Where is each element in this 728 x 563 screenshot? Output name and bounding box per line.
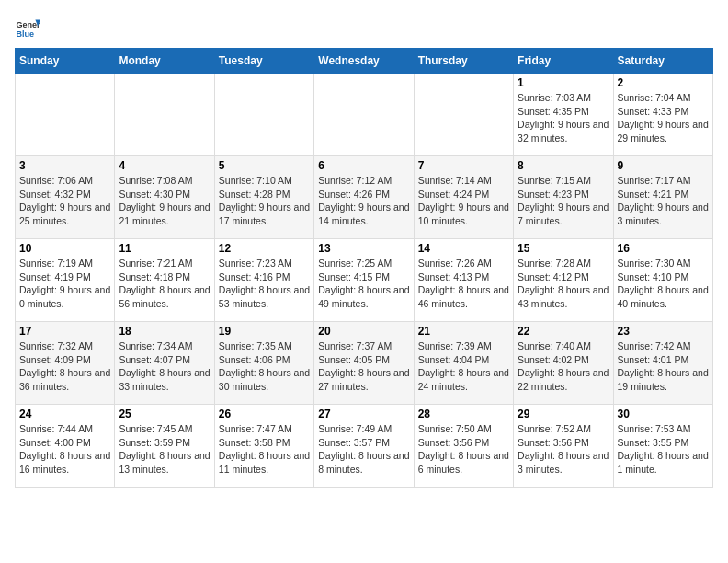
calendar-cell: 28Sunrise: 7:50 AM Sunset: 3:56 PM Dayli… — [414, 405, 513, 488]
day-info: Sunrise: 7:35 AM Sunset: 4:06 PM Dayligh… — [219, 339, 310, 394]
day-info: Sunrise: 7:04 AM Sunset: 4:33 PM Dayligh… — [618, 91, 709, 145]
day-number: 7 — [418, 159, 509, 172]
day-number: 21 — [418, 325, 509, 338]
day-info: Sunrise: 7:50 AM Sunset: 3:56 PM Dayligh… — [418, 422, 509, 477]
day-info: Sunrise: 7:23 AM Sunset: 4:16 PM Dayligh… — [219, 257, 310, 311]
day-number: 24 — [19, 408, 110, 420]
calendar-table: SundayMondayTuesdayWednesdayThursdayFrid… — [15, 48, 713, 488]
calendar-cell — [214, 74, 313, 156]
day-number: 8 — [518, 159, 609, 172]
logo-icon: General Blue — [15, 15, 40, 40]
day-info: Sunrise: 7:17 AM Sunset: 4:21 PM Dayligh… — [618, 174, 709, 228]
day-number: 15 — [518, 242, 609, 255]
day-info: Sunrise: 7:30 AM Sunset: 4:10 PM Dayligh… — [618, 257, 709, 311]
calendar-cell: 8Sunrise: 7:15 AM Sunset: 4:23 PM Daylig… — [514, 156, 613, 239]
calendar-week-row: 24Sunrise: 7:44 AM Sunset: 4:00 PM Dayli… — [16, 405, 713, 488]
day-info: Sunrise: 7:12 AM Sunset: 4:26 PM Dayligh… — [318, 174, 409, 228]
day-info: Sunrise: 7:32 AM Sunset: 4:09 PM Dayligh… — [19, 339, 110, 394]
calendar-cell: 22Sunrise: 7:40 AM Sunset: 4:02 PM Dayli… — [514, 322, 613, 405]
calendar-week-row: 1Sunrise: 7:03 AM Sunset: 4:35 PM Daylig… — [16, 74, 713, 156]
day-number: 13 — [318, 242, 409, 255]
day-number: 18 — [119, 325, 210, 338]
day-info: Sunrise: 7:42 AM Sunset: 4:01 PM Dayligh… — [618, 339, 709, 394]
day-info: Sunrise: 7:52 AM Sunset: 3:56 PM Dayligh… — [518, 422, 609, 477]
day-info: Sunrise: 7:26 AM Sunset: 4:13 PM Dayligh… — [418, 257, 509, 311]
weekday-header: Saturday — [613, 49, 712, 74]
day-info: Sunrise: 7:45 AM Sunset: 3:59 PM Dayligh… — [119, 422, 210, 477]
calendar-cell: 27Sunrise: 7:49 AM Sunset: 3:57 PM Dayli… — [314, 405, 414, 488]
calendar-cell: 17Sunrise: 7:32 AM Sunset: 4:09 PM Dayli… — [16, 322, 115, 405]
calendar-week-row: 3Sunrise: 7:06 AM Sunset: 4:32 PM Daylig… — [16, 156, 713, 239]
day-number: 29 — [518, 408, 609, 420]
weekday-header: Sunday — [16, 49, 115, 74]
day-number: 28 — [418, 408, 509, 420]
day-number: 17 — [19, 325, 110, 338]
day-number: 16 — [618, 242, 709, 255]
calendar-cell: 3Sunrise: 7:06 AM Sunset: 4:32 PM Daylig… — [16, 156, 115, 239]
day-info: Sunrise: 7:06 AM Sunset: 4:32 PM Dayligh… — [19, 174, 110, 228]
weekday-header: Tuesday — [214, 49, 313, 74]
calendar-cell: 24Sunrise: 7:44 AM Sunset: 4:00 PM Dayli… — [16, 405, 115, 488]
calendar-cell: 4Sunrise: 7:08 AM Sunset: 4:30 PM Daylig… — [115, 156, 214, 239]
day-number: 26 — [219, 408, 310, 420]
calendar-cell: 6Sunrise: 7:12 AM Sunset: 4:26 PM Daylig… — [314, 156, 414, 239]
calendar-cell — [115, 74, 214, 156]
day-number: 30 — [618, 408, 709, 420]
day-info: Sunrise: 7:21 AM Sunset: 4:18 PM Dayligh… — [119, 257, 210, 311]
day-info: Sunrise: 7:47 AM Sunset: 3:58 PM Dayligh… — [219, 422, 310, 477]
weekday-header: Thursday — [414, 49, 513, 74]
calendar-cell: 18Sunrise: 7:34 AM Sunset: 4:07 PM Dayli… — [115, 322, 214, 405]
calendar-cell: 2Sunrise: 7:04 AM Sunset: 4:33 PM Daylig… — [613, 74, 712, 156]
day-number: 2 — [618, 76, 709, 89]
day-info: Sunrise: 7:53 AM Sunset: 3:55 PM Dayligh… — [618, 422, 709, 477]
day-info: Sunrise: 7:37 AM Sunset: 4:05 PM Dayligh… — [318, 339, 409, 394]
day-number: 14 — [418, 242, 509, 255]
page-header: General Blue — [15, 15, 713, 40]
day-info: Sunrise: 7:19 AM Sunset: 4:19 PM Dayligh… — [19, 257, 110, 311]
day-info: Sunrise: 7:25 AM Sunset: 4:15 PM Dayligh… — [318, 257, 409, 311]
day-number: 12 — [219, 242, 310, 255]
day-info: Sunrise: 7:14 AM Sunset: 4:24 PM Dayligh… — [418, 174, 509, 228]
calendar-cell: 16Sunrise: 7:30 AM Sunset: 4:10 PM Dayli… — [613, 239, 712, 322]
day-number: 3 — [19, 159, 110, 172]
calendar-week-row: 17Sunrise: 7:32 AM Sunset: 4:09 PM Dayli… — [16, 322, 713, 405]
weekday-header: Monday — [115, 49, 214, 74]
day-info: Sunrise: 7:34 AM Sunset: 4:07 PM Dayligh… — [119, 339, 210, 394]
calendar-cell — [314, 74, 414, 156]
calendar-cell: 26Sunrise: 7:47 AM Sunset: 3:58 PM Dayli… — [214, 405, 313, 488]
calendar-cell: 29Sunrise: 7:52 AM Sunset: 3:56 PM Dayli… — [514, 405, 613, 488]
day-info: Sunrise: 7:28 AM Sunset: 4:12 PM Dayligh… — [518, 257, 609, 311]
day-info: Sunrise: 7:08 AM Sunset: 4:30 PM Dayligh… — [119, 174, 210, 228]
calendar-cell: 25Sunrise: 7:45 AM Sunset: 3:59 PM Dayli… — [115, 405, 214, 488]
day-number: 25 — [119, 408, 210, 420]
day-number: 10 — [19, 242, 110, 255]
calendar-week-row: 10Sunrise: 7:19 AM Sunset: 4:19 PM Dayli… — [16, 239, 713, 322]
day-info: Sunrise: 7:10 AM Sunset: 4:28 PM Dayligh… — [219, 174, 310, 228]
weekday-header: Wednesday — [314, 49, 414, 74]
day-number: 22 — [518, 325, 609, 338]
day-number: 5 — [219, 159, 310, 172]
day-info: Sunrise: 7:40 AM Sunset: 4:02 PM Dayligh… — [518, 339, 609, 394]
day-info: Sunrise: 7:44 AM Sunset: 4:00 PM Dayligh… — [19, 422, 110, 477]
calendar-cell: 13Sunrise: 7:25 AM Sunset: 4:15 PM Dayli… — [314, 239, 414, 322]
calendar-cell: 5Sunrise: 7:10 AM Sunset: 4:28 PM Daylig… — [214, 156, 313, 239]
day-info: Sunrise: 7:03 AM Sunset: 4:35 PM Dayligh… — [518, 91, 609, 145]
calendar-cell: 9Sunrise: 7:17 AM Sunset: 4:21 PM Daylig… — [613, 156, 712, 239]
day-number: 20 — [318, 325, 409, 338]
day-number: 27 — [318, 408, 409, 420]
day-info: Sunrise: 7:49 AM Sunset: 3:57 PM Dayligh… — [318, 422, 409, 477]
day-number: 23 — [618, 325, 709, 338]
calendar-cell — [414, 74, 513, 156]
logo: General Blue — [15, 15, 44, 40]
calendar-cell: 7Sunrise: 7:14 AM Sunset: 4:24 PM Daylig… — [414, 156, 513, 239]
weekday-header: Friday — [514, 49, 613, 74]
calendar-cell: 30Sunrise: 7:53 AM Sunset: 3:55 PM Dayli… — [613, 405, 712, 488]
calendar-cell: 1Sunrise: 7:03 AM Sunset: 4:35 PM Daylig… — [514, 74, 613, 156]
day-number: 11 — [119, 242, 210, 255]
day-info: Sunrise: 7:39 AM Sunset: 4:04 PM Dayligh… — [418, 339, 509, 394]
day-number: 19 — [219, 325, 310, 338]
calendar-cell: 20Sunrise: 7:37 AM Sunset: 4:05 PM Dayli… — [314, 322, 414, 405]
calendar-header-row: SundayMondayTuesdayWednesdayThursdayFrid… — [16, 49, 713, 74]
day-number: 1 — [518, 76, 609, 89]
svg-text:Blue: Blue — [16, 29, 34, 39]
